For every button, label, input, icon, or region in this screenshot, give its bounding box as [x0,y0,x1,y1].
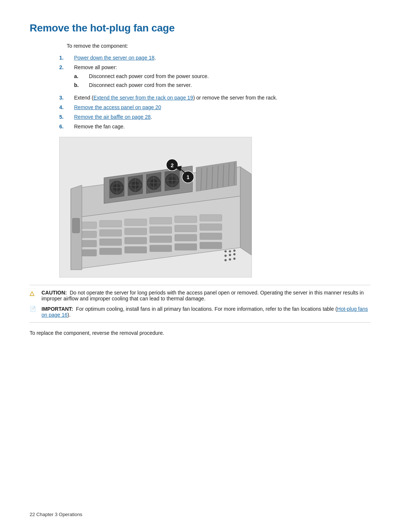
step-2a-label: a. [74,73,85,79]
notice-section: △ CAUTION: Do not operate the server for… [30,285,370,323]
step-2-text: Remove all power: [74,64,117,70]
svg-point-68 [229,254,231,256]
step-4-link[interactable]: Remove the access panel on page 20 [74,104,161,110]
svg-rect-37 [175,216,197,223]
step-5-content: Remove the air baffle on page 28. [74,114,370,120]
svg-point-70 [224,259,227,261]
caution-block: △ CAUTION: Do not operate the server for… [30,290,370,302]
svg-rect-34 [100,220,122,227]
svg-point-64 [224,250,227,252]
svg-rect-35 [124,219,147,226]
svg-rect-41 [124,228,147,235]
caution-label: CAUTION: [41,290,67,296]
important-icon: 📄 [30,306,39,312]
svg-rect-54 [150,245,172,252]
step-6: 6. Remove the fan cage. [59,124,370,129]
important-after: ). [67,312,71,318]
step-3-before: Extend ( [74,95,93,101]
svg-point-65 [229,250,231,252]
step-1-content: Power down the server on page 18. [74,55,370,61]
step-2-sublist: a. Disconnect each power cord from the p… [74,73,370,88]
svg-text:2: 2 [171,162,174,168]
server-image: 1 2 [59,137,252,277]
svg-point-72 [233,257,236,260]
svg-rect-53 [124,246,147,253]
svg-rect-40 [100,230,122,236]
step-4: 4. Remove the access panel on page 20 [59,104,370,110]
svg-rect-49 [175,235,197,241]
svg-rect-46 [100,239,122,246]
steps-list: 1. Power down the server on page 18. 2. … [30,55,370,129]
caution-icon: △ [30,290,39,297]
step-5-after: . [151,114,152,120]
step-3-number: 3. [59,95,70,101]
important-block: 📄 IMPORTANT: For optimum cooling, instal… [30,306,370,318]
step-2a: a. Disconnect each power cord from the p… [74,73,370,79]
svg-rect-55 [175,243,197,250]
step-5-link[interactable]: Remove the air baffle on page 28 [74,114,151,120]
page-title: Remove the hot-plug fan cage [30,22,370,34]
footer-text: To replace the component, reverse the re… [30,330,370,336]
step-2a-text: Disconnect each power cord from the powe… [89,73,209,79]
step-2-content: Remove all power: a. Disconnect each pow… [74,64,370,91]
step-6-text: Remove the fan cage. [74,124,125,129]
svg-rect-48 [150,236,172,243]
step-3-after: ) or remove the server from the rack. [193,95,277,101]
svg-point-67 [224,255,227,257]
step-6-number: 6. [59,124,70,129]
svg-rect-47 [124,238,147,244]
page-footer: 22 Chapter 3 Operations [30,512,82,517]
svg-point-66 [233,249,236,252]
step-6-content: Remove the fan cage. [74,124,370,129]
svg-text:1: 1 [187,174,190,180]
svg-point-69 [233,253,236,255]
important-body: For optimum cooling, install fans in all… [76,306,337,312]
step-5: 5. Remove the air baffle on page 28. [59,114,370,120]
step-5-number: 5. [59,114,70,120]
step-2b-text: Disconnect each power cord from the serv… [89,82,192,88]
svg-rect-38 [200,215,222,221]
caution-text-block: CAUTION: Do not operate the server for l… [41,290,370,302]
step-2b: b. Disconnect each power cord from the s… [74,82,370,88]
caution-body: Do not operate the server for long perio… [41,290,364,302]
step-3-link[interactable]: Extend the server from the rack on page … [93,95,193,101]
step-1: 1. Power down the server on page 18. [59,55,370,61]
important-label: IMPORTANT: [41,306,73,312]
step-3-content: Extend (Extend the server from the rack … [74,95,370,101]
step-1-number: 1. [59,55,70,61]
svg-marker-3 [240,167,251,255]
svg-rect-50 [200,233,222,240]
svg-rect-56 [200,242,222,249]
step-2: 2. Remove all power: a. Disconnect each … [59,64,370,91]
svg-rect-52 [100,248,122,255]
step-1-period: . [154,55,156,61]
svg-rect-44 [200,224,222,230]
svg-rect-36 [150,218,172,224]
svg-rect-43 [175,225,197,232]
step-1-link[interactable]: Power down the server on page 18 [74,55,154,61]
important-text-block: IMPORTANT: For optimum cooling, install … [41,306,370,318]
svg-point-71 [229,258,231,260]
step-4-content: Remove the access panel on page 20 [74,104,370,110]
intro-text: To remove the component: [30,43,370,49]
step-2b-label: b. [74,82,85,88]
step-4-number: 4. [59,104,70,110]
step-2-number: 2. [59,64,70,70]
svg-rect-58 [72,218,80,233]
svg-rect-42 [150,227,172,233]
step-3: 3. Extend (Extend the server from the ra… [59,95,370,101]
